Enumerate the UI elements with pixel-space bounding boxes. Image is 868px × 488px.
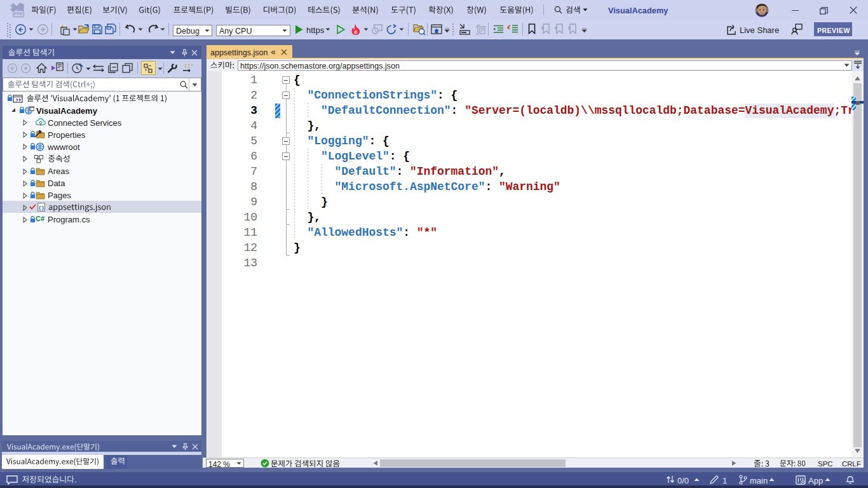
svg-text:PRE: PRE: [14, 11, 24, 16]
svg-text:{}: {}: [38, 205, 44, 210]
